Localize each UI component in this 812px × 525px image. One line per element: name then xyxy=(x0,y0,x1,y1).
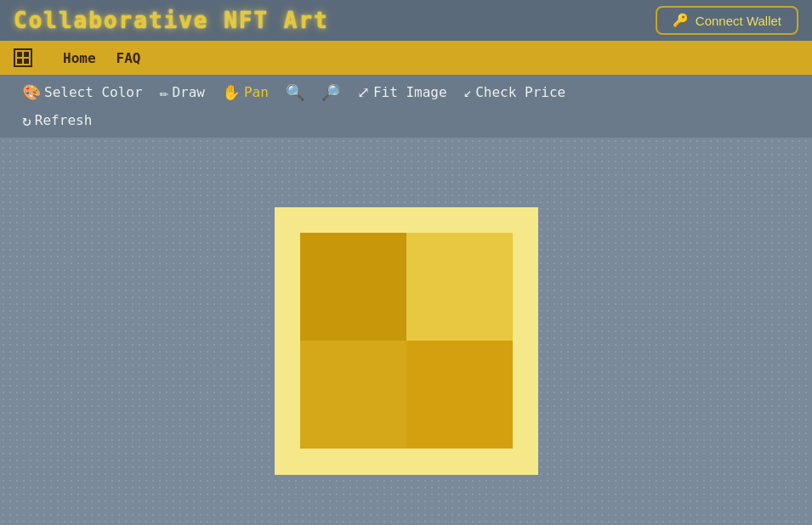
toolbar: 🎨 Select Color ✏ Draw ✋ Pan 🔍 🔎 ⤢ Fit Im… xyxy=(0,75,812,138)
tool-zoom-in[interactable]: 🔍 xyxy=(277,80,313,104)
tool-refresh[interactable]: ↻ Refresh xyxy=(14,108,100,133)
nav-home[interactable]: Home xyxy=(63,50,96,66)
pixel-cell-bottom-right[interactable] xyxy=(406,341,513,449)
key-icon: 🔑 xyxy=(673,13,689,28)
nav-faq[interactable]: FAQ xyxy=(116,50,141,66)
fit-image-label: Fit Image xyxy=(373,84,447,100)
tool-check-price[interactable]: ↙ Check Price xyxy=(456,81,575,104)
connect-wallet-label: Connect Wallet xyxy=(696,14,781,28)
draw-label: Draw xyxy=(172,84,205,100)
tool-fit-image[interactable]: ⤢ Fit Image xyxy=(349,80,456,104)
palette-icon: 🎨 xyxy=(22,83,41,101)
refresh-icon: ↻ xyxy=(22,111,31,129)
pan-label: Pan xyxy=(244,84,269,100)
hand-icon: ✋ xyxy=(222,83,241,101)
fit-icon: ⤢ xyxy=(357,83,370,101)
refresh-label: Refresh xyxy=(35,112,92,128)
price-icon: ↙ xyxy=(464,84,473,100)
tool-pan[interactable]: ✋ Pan xyxy=(213,80,277,104)
pixel-cell-bottom-left[interactable] xyxy=(300,341,406,449)
pixel-cell-top-left[interactable] xyxy=(300,233,406,341)
select-color-label: Select Color xyxy=(44,84,143,100)
navbar: Home FAQ xyxy=(0,41,812,75)
draw-icon: ✏ xyxy=(160,83,169,101)
logo: Collaborative NFT Art xyxy=(14,8,329,33)
pixel-cell-top-right[interactable] xyxy=(406,233,513,341)
connect-wallet-button[interactable]: 🔑 Connect Wallet xyxy=(656,6,798,35)
pixel-canvas-wrapper xyxy=(275,207,538,475)
zoom-in-icon: 🔍 xyxy=(286,83,304,101)
header: Collaborative NFT Art 🔑 Connect Wallet xyxy=(0,0,812,41)
pixel-grid xyxy=(300,233,513,449)
tool-zoom-out[interactable]: 🔎 xyxy=(313,80,349,104)
grid-icon xyxy=(14,48,32,67)
canvas-area[interactable] xyxy=(0,138,812,525)
tool-draw[interactable]: ✏ Draw xyxy=(151,80,213,104)
check-price-label: Check Price xyxy=(475,84,565,100)
zoom-out-icon: 🔎 xyxy=(321,83,340,101)
tool-select-color[interactable]: 🎨 Select Color xyxy=(14,80,151,104)
